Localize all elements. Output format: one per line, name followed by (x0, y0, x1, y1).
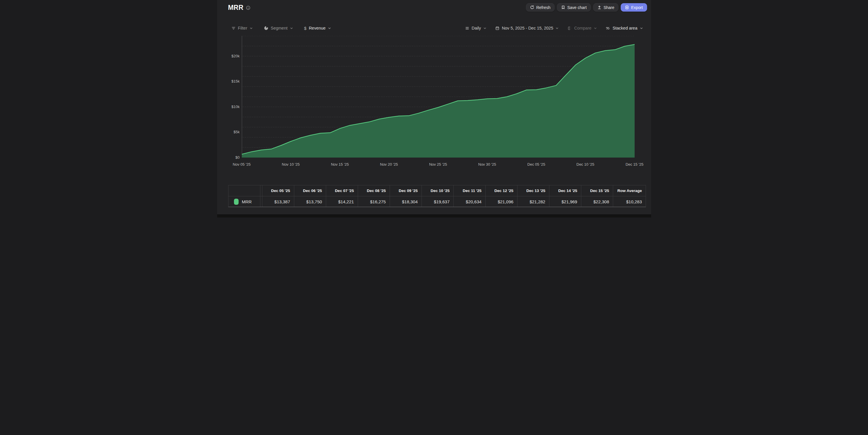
date-column-header: Dec 12 '25 (486, 186, 518, 196)
x-tick-label: Nov 20 '25 (373, 162, 405, 167)
row-average-header: Row Average (613, 186, 646, 196)
row-average-value: $10,283 (613, 196, 646, 207)
date-column-header: Dec 08 '25 (358, 186, 390, 196)
date-column-header: Dec 06 '25 (294, 186, 326, 196)
y-tick-label: $5k (217, 130, 240, 134)
table-value-cell: $22,308 (581, 196, 613, 207)
bottom-strip (217, 214, 651, 218)
y-tick-label: $10k (217, 105, 240, 109)
table-header-row: Dec 05 '25Dec 06 '25Dec 07 '25Dec 08 '25… (228, 186, 646, 196)
date-column-header: Dec 15 '25 (581, 186, 613, 196)
table-row: MRR$13,387$13,750$14,221$16,275$18,304$1… (228, 196, 646, 207)
chart-plot[interactable] (242, 36, 634, 158)
table-value-cell: $19,637 (422, 196, 454, 207)
table-value-cell: $14,221 (326, 196, 358, 207)
table-value-cell: $13,387 (262, 196, 294, 207)
date-column-header: Dec 09 '25 (390, 186, 422, 196)
x-tick-label: Nov 05 '25 (226, 162, 258, 167)
x-tick-label: Nov 30 '25 (471, 162, 503, 167)
x-tick-label: Nov 25 '25 (422, 162, 454, 167)
table-value-cell: $18,304 (390, 196, 422, 207)
date-column-header: Dec 10 '25 (422, 186, 454, 196)
date-column-header: Dec 05 '25 (262, 186, 294, 196)
x-tick-label: Nov 15 '25 (324, 162, 356, 167)
x-tick-label: Dec 05 '25 (520, 162, 552, 167)
x-tick-label: Dec 10 '25 (569, 162, 601, 167)
x-tick-label: Nov 10 '25 (275, 162, 307, 167)
y-tick-label: $0 (217, 155, 240, 160)
date-column-header: Dec 11 '25 (454, 186, 486, 196)
series-legend-cell[interactable]: MRR (228, 196, 260, 207)
table-value-cell: $13,750 (294, 196, 326, 207)
x-tick-label: Dec 15 '25 (619, 162, 651, 167)
table-value-cell: $20,634 (454, 196, 486, 207)
y-tick-label: $20k (217, 54, 240, 59)
y-tick-label: $15k (217, 79, 240, 84)
date-column-header: Dec 14 '25 (549, 186, 581, 196)
table-value-cell: $21,969 (549, 196, 581, 207)
series-swatch (234, 199, 239, 205)
date-column-header: Dec 13 '25 (518, 186, 549, 196)
column-separator (260, 196, 262, 207)
date-column-header: Dec 07 '25 (326, 186, 358, 196)
series-label: MRR (242, 199, 252, 204)
data-table: Dec 05 '25Dec 06 '25Dec 07 '25Dec 08 '25… (228, 185, 646, 207)
area-fill-mrr (242, 44, 634, 157)
table-value-cell: $16,275 (358, 196, 390, 207)
mrr-dashboard: MRR Refresh Save c (217, 0, 651, 218)
table-value-cell: $21,282 (518, 196, 549, 207)
table-value-cell: $21,096 (486, 196, 518, 207)
column-separator (260, 186, 262, 196)
table-corner-cell (228, 186, 260, 196)
